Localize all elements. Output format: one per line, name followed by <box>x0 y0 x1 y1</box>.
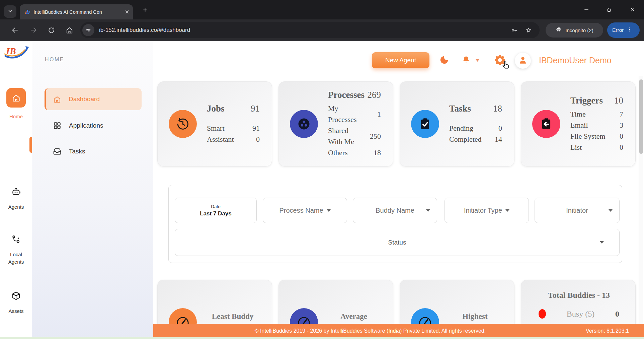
busy-row: Busy (5) 0 <box>539 309 619 319</box>
new-tab-button[interactable] <box>142 7 148 14</box>
inbox-icon <box>53 147 62 156</box>
sidebar-label: Home <box>9 113 23 120</box>
window-controls <box>575 0 644 19</box>
date-filter[interactable]: Date Last 7 Days <box>175 198 257 223</box>
sidebar-label: Assets <box>8 308 23 315</box>
home-icon <box>6 88 26 108</box>
key-icon[interactable] <box>511 27 518 34</box>
home-nav-icon[interactable] <box>66 26 73 34</box>
error-label: Error <box>612 27 624 33</box>
scrollbar-thumb[interactable] <box>639 79 643 154</box>
site-settings-icon[interactable] <box>82 24 94 36</box>
card-title: Processes <box>328 90 365 100</box>
nav-label: Dashboard <box>69 95 100 103</box>
card-value: 269 <box>368 90 381 100</box>
nav-item-tasks[interactable]: Tasks <box>45 144 142 159</box>
home-icon <box>53 95 61 104</box>
app-header: New Agent IBDemoUser Demo <box>153 41 644 76</box>
sidebar-label: Local Agents <box>6 251 26 266</box>
clipboard-check-icon <box>411 110 439 138</box>
avatar[interactable] <box>515 53 531 69</box>
url-text[interactable]: ib-152.intellibuddies.co/#/dashboard <box>99 27 511 33</box>
stat-card-title-line1: Least Buddy <box>197 311 268 323</box>
stat-value: 18 <box>374 147 381 158</box>
tab-search-button[interactable] <box>4 5 16 18</box>
header-divider <box>153 76 644 76</box>
restore-button[interactable] <box>598 0 621 19</box>
minimize-button[interactable] <box>575 0 598 19</box>
bookmark-star-icon[interactable] <box>525 27 532 34</box>
stat-label: Assistant <box>207 134 234 145</box>
stat-value: 0 <box>498 123 502 134</box>
triggers-card: Triggers 10 Time7 Email3 File System0 Li… <box>521 81 636 166</box>
back-icon[interactable] <box>11 26 19 34</box>
process-name-dropdown[interactable]: Process Name <box>263 198 347 223</box>
browser-tab[interactable]: ib IntelliBuddies AI Command Cen <box>20 4 133 19</box>
browser-toolbar: ib-152.intellibuddies.co/#/dashboard Inc… <box>0 19 644 41</box>
browser-menu-icon[interactable] <box>627 27 632 33</box>
chevron-down-icon <box>600 241 604 244</box>
scrollbar-track[interactable] <box>639 76 643 338</box>
bell-caret-icon[interactable] <box>475 59 480 62</box>
nav-item-applications[interactable]: Applications <box>45 118 142 133</box>
dropdown-label: Initiator Type <box>464 207 502 214</box>
card-title: Tasks <box>449 104 471 114</box>
filter-panel: Date Last 7 Days Process Name Buddy Name… <box>168 185 622 263</box>
stat-value: 91 <box>252 123 260 134</box>
incognito-label: Incognito (2) <box>565 27 593 33</box>
stat-label: List <box>570 142 582 153</box>
stat-value: 0 <box>620 142 623 153</box>
history-icon <box>169 110 197 138</box>
date-filter-label: Date <box>211 204 221 209</box>
tab-close-icon[interactable] <box>125 9 130 14</box>
dropdown-label: Buddy Name <box>376 207 414 214</box>
sidebar-item-assets[interactable]: Assets <box>0 291 32 315</box>
jobs-card: Jobs 91 Smart91 Assistant0 <box>157 81 272 166</box>
cube-icon <box>11 291 21 301</box>
buddy-name-dropdown[interactable]: Buddy Name <box>353 198 437 223</box>
stat-label: Others <box>328 147 348 158</box>
initiator-dropdown[interactable]: Initiator <box>535 198 620 223</box>
sidebar-item-local-agents[interactable]: Local Agents <box>0 234 32 266</box>
moon-icon[interactable] <box>439 55 450 65</box>
browser-window: ib IntelliBuddies AI Command Cen <box>0 0 644 339</box>
dropdown-label: Process Name <box>279 207 323 214</box>
app-footer: © IntelliBuddies 2019 - 2026 by IntelliB… <box>153 324 644 338</box>
buddies-card-title: Total Buddies - 13 <box>539 291 619 300</box>
stat-label: File System <box>570 131 606 142</box>
nav-item-dashboard[interactable]: Dashboard <box>45 88 142 110</box>
processes-card: Processes 269 My Processes1 Shared With … <box>278 81 393 166</box>
initiator-type-dropdown[interactable]: Initiator Type <box>445 198 529 223</box>
card-title: Triggers <box>570 95 603 106</box>
sidebar-item-home[interactable]: Home <box>0 88 32 120</box>
bell-icon[interactable] <box>462 55 471 64</box>
user-name[interactable]: IBDemoUser Demo <box>539 56 612 65</box>
sidenav-header: HOME <box>45 57 64 63</box>
chevron-down-icon <box>505 209 509 212</box>
clipboard-arrow-icon <box>532 110 560 138</box>
stat-value: 1 <box>377 109 381 120</box>
forward-icon[interactable] <box>29 26 37 34</box>
tab-strip: ib IntelliBuddies AI Command Cen <box>0 0 644 19</box>
chevron-down-icon <box>609 209 613 212</box>
card-value: 91 <box>251 104 260 114</box>
chevron-down-icon <box>426 209 430 212</box>
hub-icon <box>290 110 318 138</box>
status-dropdown[interactable]: Status <box>175 229 620 256</box>
person-icon <box>518 55 528 66</box>
address-bar[interactable]: ib-152.intellibuddies.co/#/dashboard <box>80 22 540 38</box>
close-button[interactable] <box>621 0 644 19</box>
incognito-badge[interactable]: Incognito (2) <box>546 23 603 38</box>
profile-error-button[interactable]: Error <box>607 22 640 38</box>
reload-icon[interactable] <box>48 26 55 34</box>
stat-value: 3 <box>620 120 623 131</box>
mouse-cursor-hand <box>500 60 510 72</box>
chevron-down-icon <box>327 209 331 212</box>
nav-label: Applications <box>69 122 103 129</box>
new-agent-button[interactable]: New Agent <box>372 52 429 68</box>
sidebar-item-agents[interactable]: Agents <box>0 187 32 211</box>
stat-card-title-line1: Highest <box>439 311 511 323</box>
dropdown-label: Initiator <box>566 207 588 214</box>
stat-card-title-line1: Average <box>318 311 390 323</box>
active-route-indicator <box>29 137 32 153</box>
